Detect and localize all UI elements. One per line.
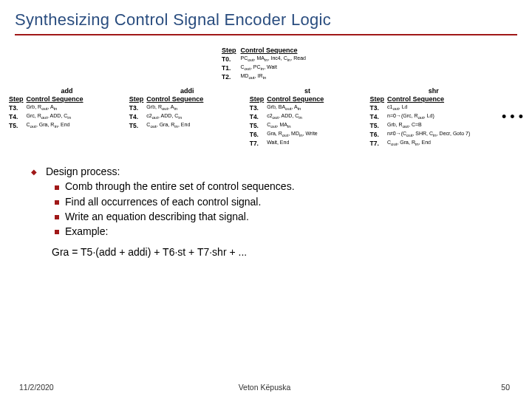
- seq-cell: Grb, Rout, Ain: [146, 103, 206, 112]
- diamond-bullet-icon: ◆: [31, 167, 43, 178]
- step-cell: T7.: [250, 139, 267, 148]
- op-add: add StepControl Sequence T3.Grb, Rout, A…: [9, 87, 125, 148]
- design-process-header: Design process:: [46, 166, 120, 177]
- seq-cell: Cout, PCin, Wait: [241, 64, 311, 72]
- step-cell: T3.: [129, 103, 147, 112]
- op-title: st: [250, 87, 366, 95]
- col-step-header: Step: [129, 95, 147, 103]
- table-row: T4.c2out, ADD, Cin: [129, 112, 207, 121]
- seq-cell: n=0→(Grc, Rout, Ld): [387, 112, 473, 121]
- table-row: T4.c2out, ADD, Cin: [250, 112, 327, 121]
- step-cell: T7.: [370, 139, 388, 148]
- table-row: T4.Grc, Rout, ADD, Cin: [9, 112, 86, 121]
- col-cs-header: Control Sequence: [387, 95, 473, 103]
- col-cs-header: Control Sequence: [241, 46, 311, 55]
- bullets-block: ◆ Design process: Comb through the entir…: [0, 157, 532, 239]
- step-cell: T5.: [250, 121, 267, 130]
- table-row: T1. Cout, PCin, Wait: [222, 64, 310, 72]
- step-cell: T4.: [129, 112, 147, 121]
- equation-text: Gra = T5·(add + addi) + T6·st + T7·shr +…: [0, 239, 532, 258]
- footer-date: 11/2/2020: [0, 383, 183, 392]
- table-row: T4.n=0→(Grc, Rout, Ld): [370, 112, 474, 121]
- table-row: T7.Cout, Gra, Rin, End: [370, 139, 474, 148]
- slide-footer: 11/2/2020 Veton Këpuska 50: [0, 383, 532, 392]
- step-cell: T2.: [222, 72, 241, 81]
- table-row: T5.Grb, Rout, C=B: [370, 121, 474, 130]
- seq-cell: c1out, Ld: [387, 103, 473, 112]
- col-cs-header: Control Sequence: [146, 95, 206, 103]
- col-step-header: Step: [250, 95, 267, 103]
- footer-page-number: 50: [347, 383, 532, 392]
- table-row: T5.Cout, MAin: [250, 121, 327, 130]
- table-row: T3.c1out, Ld: [370, 103, 474, 112]
- table-row: T7.Wait, End: [250, 139, 327, 148]
- list-item: Find all occurrences of each control sig…: [55, 194, 532, 209]
- list-item: Write an equation describing that signal…: [55, 209, 532, 224]
- seq-cell: Cout, Gra, Rin, End: [146, 121, 206, 130]
- step-cell: T4.: [9, 112, 27, 121]
- bullet-text: Comb through the entire set of control s…: [65, 180, 295, 192]
- table-row: T2. MDout, IRin: [222, 72, 310, 81]
- table-row: T5.Cout, Gra, Rin, End: [129, 121, 207, 130]
- step-cell: T6.: [370, 130, 388, 139]
- table-row: T6.n≠0→(Cout, SHR, Cin, Decr, Goto 7): [370, 130, 474, 139]
- step-cell: T5.: [129, 121, 147, 130]
- list-item: Comb through the entire set of control s…: [55, 179, 532, 194]
- step-cell: T5.: [9, 121, 27, 130]
- step-cell: T1.: [222, 64, 241, 72]
- step-cell: T4.: [250, 112, 267, 121]
- seq-cell: c2out, ADD, Cin: [267, 112, 327, 121]
- table-row: T3.Grb, Rout, Ain: [9, 103, 86, 112]
- step-cell: T6.: [250, 130, 267, 139]
- seq-cell: Grb, Rout, Ain: [27, 103, 86, 112]
- seq-cell: Cout, Gra, Rin, End: [27, 121, 86, 130]
- table-row: T3.Grb, BAout, Ain: [250, 103, 327, 112]
- table-row: T5.Cout, Gra, Rin, End: [9, 121, 86, 130]
- op-st: st StepControl Sequence T3.Grb, BAout, A…: [250, 87, 366, 148]
- title-underline: [15, 34, 517, 35]
- step-cell: T5.: [370, 121, 388, 130]
- table-row: T0. PCout, MAin, Inc4, Cin, Read: [222, 55, 310, 64]
- seq-cell: Grb, Rout, C=B: [387, 121, 473, 130]
- col-cs-header: Control Sequence: [27, 95, 86, 103]
- col-cs-header: Control Sequence: [267, 95, 327, 103]
- seq-cell: PCout, MAin, Inc4, Cin, Read: [241, 55, 311, 64]
- fetch-sequence-table: Step Control Sequence T0. PCout, MAin, I…: [222, 46, 310, 81]
- seq-cell: Cout, MAin: [267, 121, 327, 130]
- step-cell: T3.: [250, 103, 267, 112]
- step-cell: T0.: [222, 55, 241, 64]
- seq-cell: Grc, Rout, ADD, Cin: [27, 112, 86, 121]
- op-title: add: [9, 87, 125, 95]
- list-item: Example:: [55, 224, 532, 239]
- bullet-text: Example:: [65, 225, 108, 237]
- ellipsis-icon: • • •: [502, 87, 523, 148]
- step-cell: T3.: [9, 103, 27, 112]
- op-shr: shr StepControl Sequence T3.c1out, Ld T4…: [370, 87, 498, 148]
- seq-cell: MDout, IRin: [241, 72, 311, 81]
- op-tables-row: add StepControl Sequence T3.Grb, Rout, A…: [0, 87, 532, 148]
- col-step-header: Step: [370, 95, 388, 103]
- op-title: shr: [370, 87, 498, 95]
- seq-cell: Gra, Rout, MDin, Write: [267, 130, 327, 139]
- op-addi: addi StepControl Sequence T3.Grb, Rout, …: [129, 87, 245, 148]
- footer-author: Veton Këpuska: [183, 383, 346, 392]
- step-cell: T4.: [370, 112, 388, 121]
- col-step-header: Step: [222, 46, 241, 55]
- op-title: addi: [129, 87, 245, 95]
- table-row: T6.Gra, Rout, MDin, Write: [250, 130, 327, 139]
- seq-cell: n≠0→(Cout, SHR, Cin, Decr, Goto 7): [387, 130, 473, 139]
- seq-cell: c2out, ADD, Cin: [146, 112, 206, 121]
- step-cell: T3.: [370, 103, 388, 112]
- slide-title: Synthesizing Control Signal Encoder Logi…: [0, 0, 532, 34]
- col-step-header: Step: [9, 95, 27, 103]
- seq-cell: Cout, Gra, Rin, End: [387, 139, 473, 148]
- seq-cell: Grb, BAout, Ain: [267, 103, 327, 112]
- seq-cell: Wait, End: [267, 139, 327, 148]
- bullet-text: Find all occurrences of each control sig…: [65, 196, 261, 208]
- bullet-text: Write an equation describing that signal…: [65, 211, 249, 222]
- table-row: T3.Grb, Rout, Ain: [129, 103, 207, 112]
